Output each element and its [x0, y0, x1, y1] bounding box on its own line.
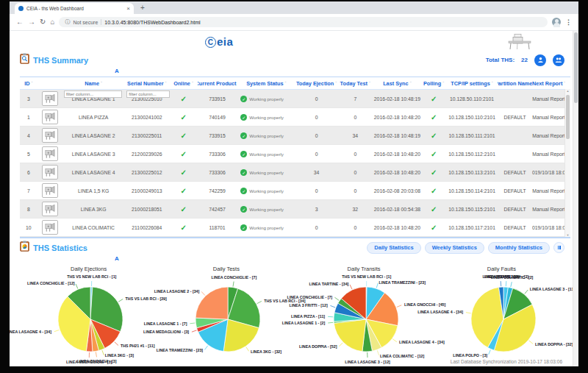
profile-icon[interactable] — [552, 18, 561, 26]
address-bar[interactable]: ⓘ Not secure 10.3.0.45:8080/THSWebDashbo… — [59, 17, 548, 27]
filter-name-input[interactable] — [64, 90, 122, 98]
summary-anchor-link[interactable]: A — [115, 68, 570, 76]
table-row[interactable]: 5LINEA LASAGNE 321200239026✓733306✓Worki… — [20, 145, 565, 163]
home-icon[interactable]: ⌂ — [50, 18, 54, 26]
pie-slice[interactable] — [334, 319, 366, 352]
polling-check-icon: ✓ — [421, 205, 446, 213]
label-leader-line — [501, 281, 501, 286]
monthly-statistics-button[interactable]: Monthly Statistics — [488, 242, 550, 254]
table-row[interactable]: 7LINEA 1,5 KG21000249013✓742259✓Working … — [20, 182, 565, 200]
weekly-statistics-button[interactable]: Weekly Statistics — [425, 242, 484, 254]
online-check-icon: ✓ — [169, 132, 198, 140]
column-header-polling[interactable]: Pollingˆ — [421, 80, 446, 87]
table-row[interactable]: 1LINEA PIZZA21300241002✓740149✓Working p… — [20, 108, 565, 127]
sort-caret-icon: ˆ — [165, 81, 167, 85]
machine-row-icon — [37, 165, 62, 180]
table-scrollbar-thumb[interactable] — [566, 95, 570, 139]
tab-strip: CEIA - ths Web Dashboard × + — [10, 1, 578, 14]
cell-tcpip: 10.128.50.110:2101 — [446, 96, 498, 102]
new-tab-button[interactable]: + — [140, 4, 145, 12]
sort-caret-icon: ˆ — [369, 81, 370, 85]
sort-caret-icon: ˆ — [442, 81, 444, 85]
label-leader-line — [396, 305, 401, 308]
column-header-tcp-ip-settings[interactable]: TCP/IP settingsˆ — [446, 80, 498, 87]
column-header-current-product[interactable]: Current Productˆ — [198, 80, 237, 87]
export-user-button[interactable] — [534, 54, 546, 66]
column-header-system-status[interactable]: System Statusˆ — [237, 80, 295, 87]
daily-statistics-button[interactable]: Daily Statistics — [367, 242, 420, 254]
column-header-last-sync[interactable]: Last Syncˆ — [373, 80, 421, 87]
status-ok-icon: ✓ — [240, 114, 247, 121]
status-ok-icon: ✓ — [240, 132, 247, 139]
cell-next-report: Manual Report — [532, 133, 565, 138]
label-leader-line — [376, 283, 378, 288]
table-row[interactable]: 6LINEA LASAGNE 421300225012✓733306✓Worki… — [20, 163, 565, 182]
column-header-serial-number[interactable]: Serial Numberˆ — [124, 80, 169, 87]
ceia-logo: Ceia — [205, 35, 233, 48]
cell-last-sync: 2016-02-18 10:48:20 — [373, 170, 421, 175]
scroll-up-icon[interactable]: ▲ — [565, 89, 570, 93]
charts-row: Daily Ejections THS VS NEW LAB RCI - [1]… — [20, 266, 570, 366]
back-icon[interactable]: ← — [16, 18, 24, 26]
cell-tcpip: 10.128.150.111:2101 — [446, 133, 498, 138]
browser-menu-icon[interactable]: ⋮ — [565, 18, 572, 26]
column-header-online[interactable]: Onlineˆ — [169, 80, 198, 87]
label-leader-line — [525, 290, 528, 294]
table-row[interactable]: 10LINEA COLIMATIC21100226084✓118701✓Work… — [20, 219, 565, 237]
cell-id: 6 — [20, 170, 37, 175]
cell-tcpip: 10.128.150.114:2101 — [446, 188, 498, 193]
pie-label: LINEA LASAGNE 4 - [34] — [417, 310, 463, 314]
pie-label: THS PH21 #1 - [11] — [121, 344, 155, 348]
pie-slice[interactable] — [196, 287, 228, 319]
online-check-icon: ✓ — [169, 187, 198, 195]
forward-icon[interactable]: → — [28, 18, 35, 26]
chart-title: Daily Transits — [295, 266, 433, 274]
tab-close-icon[interactable]: × — [126, 6, 130, 12]
page-scrollbar-thumb[interactable] — [574, 32, 578, 103]
column-header-partition-name[interactable]: Partition Nameˆ — [498, 80, 532, 87]
polling-check-icon: ✓ — [421, 95, 446, 103]
cell-tcpip: 10.128.150.112:2101 — [446, 152, 498, 157]
cell-today-test: 0 — [337, 225, 373, 230]
ths-machine-image — [507, 33, 532, 54]
column-header-next-report[interactable]: Next Reportˆ — [532, 80, 565, 87]
cell-serial: 21100226084 — [124, 225, 169, 230]
cell-id: 8 — [20, 207, 37, 212]
cell-id: 4 — [20, 133, 37, 138]
column-header-today-ejection[interactable]: Today Ejectionˆ — [295, 80, 337, 87]
online-check-icon: ✓ — [169, 168, 198, 177]
statistics-anchor-link[interactable]: A — [115, 255, 570, 263]
page-content: Ceia — [10, 31, 578, 366]
summary-clipboard-icon — [20, 53, 29, 67]
pause-refresh-button[interactable] — [553, 242, 564, 253]
browser-tab[interactable]: CEIA - ths Web Dashboard × — [15, 3, 134, 14]
cell-next-report: Manual Report — [532, 188, 565, 193]
table-row[interactable]: 8LINEA 3KG21000218051✓742457✓Working pro… — [20, 200, 565, 219]
filter-serial-input[interactable] — [126, 90, 169, 98]
scroll-down-icon[interactable]: ▼ — [565, 233, 570, 237]
pie-label: LINEA CONCHIGLIE - [7] — [212, 275, 257, 280]
sort-caret-icon: ˆ — [32, 81, 33, 85]
column-header-today-test[interactable]: Today Testˆ — [337, 80, 373, 87]
group-users-button[interactable] — [553, 54, 564, 66]
cell-last-sync: 2016-02-18 00:54:38 — [373, 207, 421, 212]
page-scrollbar[interactable] — [573, 31, 578, 366]
cell-last-sync: 2016-02-18 10:48:20 — [373, 152, 421, 157]
cell-name: LINEA PIZZA — [62, 115, 125, 120]
online-check-icon: ✓ — [169, 113, 198, 121]
label-leader-line — [330, 305, 335, 308]
summary-table-head: IDˆNameˆSerial NumberˆOnlineˆCurrent Pro… — [20, 77, 570, 90]
label-leader-line — [76, 284, 78, 288]
brand-row: Ceia — [20, 31, 570, 52]
reload-icon[interactable]: ↻ — [40, 18, 46, 26]
column-header-name[interactable]: Nameˆ — [62, 80, 125, 87]
summary-table-body: 3LINEA LASAGNE 121300225010✓733915✓Worki… — [20, 90, 570, 237]
not-secure-label: Not secure — [73, 20, 98, 25]
statistics-header: THS Statistics Daily Statistics Weekly S… — [20, 240, 570, 255]
pie-label: LINEA 3 FRITTI - [2] — [482, 274, 518, 279]
cell-tcpip: 10.128.150.113:2101 — [446, 170, 498, 175]
cell-today-test: 0 — [337, 170, 373, 175]
table-scrollbar[interactable]: ▲ ▼ — [564, 89, 570, 237]
column-header-id[interactable]: IDˆ — [20, 80, 37, 87]
table-row[interactable]: 4LINEA LASAGNE 221300225011✓733915✓Worki… — [20, 127, 565, 145]
